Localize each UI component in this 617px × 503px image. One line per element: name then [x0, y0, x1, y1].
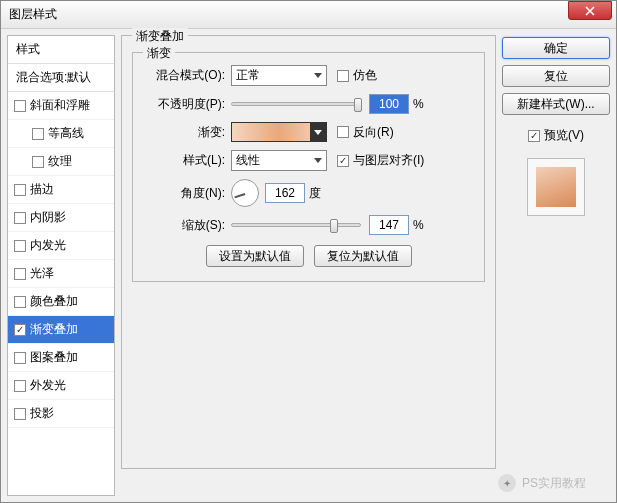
watermark: ✦ PS实用教程	[498, 474, 586, 492]
angle-input[interactable]: 162	[265, 183, 305, 203]
scale-unit: %	[413, 218, 424, 232]
fieldset-legend: 渐变叠加	[132, 28, 188, 45]
sidebar-item-satin[interactable]: 光泽	[8, 260, 114, 288]
sidebar-item-label: 内发光	[30, 237, 66, 254]
checkbox-icon[interactable]	[14, 268, 26, 280]
reverse-checkbox[interactable]: 反向(R)	[337, 124, 394, 141]
gradient-overlay-fieldset: 渐变叠加 渐变 混合模式(O): 正常 仿色	[121, 35, 496, 469]
main-panel: 渐变叠加 渐变 混合模式(O): 正常 仿色	[121, 35, 496, 496]
new-style-button[interactable]: 新建样式(W)...	[502, 93, 610, 115]
sidebar-item-inner-shadow[interactable]: 内阴影	[8, 204, 114, 232]
checkbox-icon[interactable]	[14, 100, 26, 112]
preview-checkbox[interactable]: 预览(V)	[502, 127, 610, 144]
sidebar-item-inner-glow[interactable]: 内发光	[8, 232, 114, 260]
checkbox-icon[interactable]	[14, 408, 26, 420]
align-label: 与图层对齐(I)	[353, 152, 424, 169]
blend-mode-value: 正常	[236, 67, 260, 84]
row-style: 样式(L): 线性 与图层对齐(I)	[143, 150, 474, 171]
checkbox-icon[interactable]	[32, 156, 44, 168]
blend-mode-select[interactable]: 正常	[231, 65, 327, 86]
checkbox-icon[interactable]	[14, 296, 26, 308]
sidebar-item-label: 投影	[30, 405, 54, 422]
ok-button[interactable]: 确定	[502, 37, 610, 59]
checkbox-icon[interactable]	[14, 184, 26, 196]
sidebar-item-label: 光泽	[30, 265, 54, 282]
default-buttons-row: 设置为默认值 复位为默认值	[143, 245, 474, 267]
reverse-label: 反向(R)	[353, 124, 394, 141]
angle-dial[interactable]	[231, 179, 259, 207]
close-icon	[585, 6, 595, 16]
sidebar-item-color-overlay[interactable]: 颜色叠加	[8, 288, 114, 316]
sidebar-item-label: 描边	[30, 181, 54, 198]
checkbox-icon[interactable]	[14, 380, 26, 392]
sidebar-item-contour[interactable]: 等高线	[8, 120, 114, 148]
opacity-input[interactable]: 100	[369, 94, 409, 114]
opacity-unit: %	[413, 97, 424, 111]
checkbox-icon	[337, 70, 349, 82]
checkbox-icon[interactable]	[14, 240, 26, 252]
sidebar-item-label: 等高线	[48, 125, 84, 142]
row-gradient: 渐变: 反向(R)	[143, 122, 474, 142]
style-sidebar: 样式 混合选项:默认 斜面和浮雕 等高线 纹理 描边 内阴影 内发光 光泽 颜色…	[7, 35, 115, 496]
opacity-slider[interactable]	[231, 102, 361, 106]
sidebar-blend-defaults[interactable]: 混合选项:默认	[8, 64, 114, 92]
titlebar: 图层样式	[1, 1, 616, 29]
sidebar-item-stroke[interactable]: 描边	[8, 176, 114, 204]
gradient-fieldset: 渐变 混合模式(O): 正常 仿色 不透明度(P):	[132, 52, 485, 282]
sidebar-item-label: 纹理	[48, 153, 72, 170]
scale-slider[interactable]	[231, 223, 361, 227]
sidebar-item-label: 颜色叠加	[30, 293, 78, 310]
slider-thumb-icon[interactable]	[354, 98, 362, 112]
dither-checkbox[interactable]: 仿色	[337, 67, 377, 84]
sidebar-item-bevel[interactable]: 斜面和浮雕	[8, 92, 114, 120]
angle-label: 角度(N):	[143, 185, 225, 202]
gradient-dropdown-button[interactable]	[310, 123, 326, 141]
sidebar-item-label: 外发光	[30, 377, 66, 394]
sidebar-item-gradient-overlay[interactable]: 渐变叠加	[8, 316, 114, 344]
sidebar-item-pattern-overlay[interactable]: 图案叠加	[8, 344, 114, 372]
opacity-label: 不透明度(P):	[143, 96, 225, 113]
align-checkbox[interactable]: 与图层对齐(I)	[337, 152, 424, 169]
reset-button[interactable]: 复位	[502, 65, 610, 87]
checkbox-icon[interactable]	[32, 128, 44, 140]
style-select[interactable]: 线性	[231, 150, 327, 171]
sidebar-item-drop-shadow[interactable]: 投影	[8, 400, 114, 428]
row-opacity: 不透明度(P): 100 %	[143, 94, 474, 114]
window-title: 图层样式	[9, 6, 568, 23]
watermark-text: PS实用教程	[522, 475, 586, 492]
sidebar-item-label: 内阴影	[30, 209, 66, 226]
wechat-icon: ✦	[498, 474, 516, 492]
right-column: 确定 复位 新建样式(W)... 预览(V)	[502, 35, 610, 496]
checkbox-icon	[337, 126, 349, 138]
sidebar-item-texture[interactable]: 纹理	[8, 148, 114, 176]
checkbox-icon[interactable]	[14, 352, 26, 364]
sidebar-head[interactable]: 样式	[8, 36, 114, 64]
chevron-down-icon	[314, 130, 322, 135]
chevron-down-icon	[314, 158, 322, 163]
make-default-button[interactable]: 设置为默认值	[206, 245, 304, 267]
style-label: 样式(L):	[143, 152, 225, 169]
blend-mode-label: 混合模式(O):	[143, 67, 225, 84]
sidebar-item-outer-glow[interactable]: 外发光	[8, 372, 114, 400]
slider-thumb-icon[interactable]	[330, 219, 338, 233]
close-button[interactable]	[568, 1, 612, 20]
angle-unit: 度	[309, 185, 321, 202]
gradient-picker[interactable]	[231, 122, 327, 142]
reset-default-button[interactable]: 复位为默认值	[314, 245, 412, 267]
sidebar-item-label: 图案叠加	[30, 349, 78, 366]
checkbox-icon[interactable]	[14, 212, 26, 224]
layer-style-dialog: 图层样式 样式 混合选项:默认 斜面和浮雕 等高线 纹理 描边 内阴影 内发光 …	[0, 0, 617, 503]
row-scale: 缩放(S): 147 %	[143, 215, 474, 235]
chevron-down-icon	[314, 73, 322, 78]
content: 样式 混合选项:默认 斜面和浮雕 等高线 纹理 描边 内阴影 内发光 光泽 颜色…	[1, 29, 616, 502]
style-value: 线性	[236, 152, 260, 169]
checkbox-icon[interactable]	[14, 324, 26, 336]
row-blend-mode: 混合模式(O): 正常 仿色	[143, 65, 474, 86]
inner-legend: 渐变	[143, 45, 175, 62]
scale-input[interactable]: 147	[369, 215, 409, 235]
scale-label: 缩放(S):	[143, 217, 225, 234]
checkbox-icon	[528, 130, 540, 142]
preview-label: 预览(V)	[544, 127, 584, 144]
sidebar-item-label: 斜面和浮雕	[30, 97, 90, 114]
checkbox-icon	[337, 155, 349, 167]
